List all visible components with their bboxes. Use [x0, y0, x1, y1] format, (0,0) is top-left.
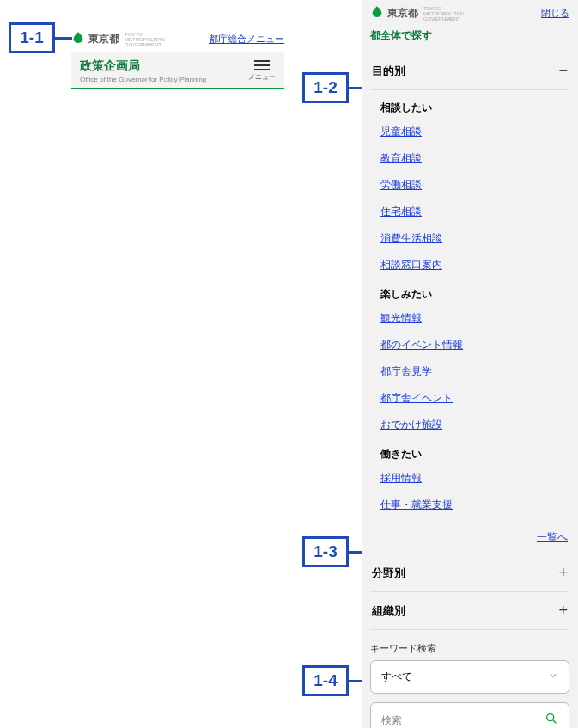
accordion-label: 目的別 — [372, 64, 405, 79]
group-heading: 楽しみたい — [380, 278, 569, 305]
menu-link[interactable]: おでかけ施設 — [380, 412, 569, 438]
left-header-area: 東京都 TOKYO METROPOLITAN GOVERNMENT 都庁総合メニ… — [71, 31, 284, 89]
drawer-panel: 東京都 TOKYO METROPOLITAN GOVERNMENT 閉じる 都全… — [362, 0, 578, 728]
department-subtitle: Office of the Governor for Policy Planni… — [80, 76, 206, 83]
tokyo-logo[interactable]: 東京都 TOKYO METROPOLITAN GOVERNMENT — [71, 31, 165, 47]
callout-1-3: 1-3 — [302, 536, 349, 567]
callout-1-1: 1-1 — [9, 22, 55, 53]
menu-label: メニュー — [248, 72, 276, 82]
hamburger-icon — [254, 60, 270, 70]
drawer-tokyo-logo[interactable]: 東京都 TOKYO METROPOLITAN GOVERNMENT — [370, 5, 464, 21]
menu-button[interactable]: メニュー — [248, 60, 276, 82]
callout-line — [55, 37, 72, 40]
keyword-search-section: キーワード検索 すべて — [370, 642, 569, 728]
department-title: 政策企画局 — [80, 58, 206, 74]
accordion-body-purpose: 相談したい児童相談教育相談労働相談住宅相談消費生活相談相談窓口案内楽しみたい観光… — [370, 90, 569, 525]
menu-link[interactable]: 児童相談 — [380, 119, 569, 145]
close-link[interactable]: 閉じる — [541, 7, 569, 20]
menu-link[interactable]: 都庁舎イベント — [380, 385, 569, 412]
accordion-label: 組織別 — [372, 603, 405, 619]
accordion-label: 分野別 — [372, 566, 405, 581]
group-heading: 相談したい — [380, 92, 569, 119]
menu-link[interactable]: 都のイベント情報 — [380, 332, 569, 358]
search-icon[interactable] — [545, 712, 558, 728]
callout-1-2: 1-2 — [302, 72, 349, 103]
plus-icon: + — [558, 564, 568, 582]
menu-link[interactable]: 教育相談 — [380, 145, 569, 172]
list-link-row: 一覧へ — [370, 525, 569, 554]
menu-link[interactable]: 都庁舎見学 — [380, 358, 569, 385]
svg-point-0 — [547, 714, 554, 721]
accordion-header-org[interactable]: 組織別 + — [370, 592, 569, 630]
accordion: 目的別 − 相談したい児童相談教育相談労働相談住宅相談消費生活相談相談窓口案内楽… — [370, 52, 569, 630]
menu-link[interactable]: 消費生活相談 — [380, 225, 569, 252]
keyword-search-label: キーワード検索 — [370, 642, 569, 655]
drawer-top-row: 東京都 TOKYO METROPOLITAN GOVERNMENT 閉じる — [370, 5, 569, 21]
accordion-header-purpose[interactable]: 目的別 − — [370, 52, 569, 90]
chevron-down-icon — [548, 670, 558, 683]
department-title-block: 政策企画局 Office of the Governor for Policy … — [80, 58, 206, 83]
search-scope-select[interactable]: すべて — [370, 660, 569, 694]
logo-subtext: TOKYO METROPOLITAN GOVERNMENT — [423, 6, 464, 21]
minus-icon: − — [558, 62, 568, 80]
menu-link[interactable]: 採用情報 — [380, 465, 569, 492]
callout-line — [349, 551, 362, 554]
logo-text: 東京都 — [387, 6, 418, 21]
menu-link[interactable]: 労働相談 — [380, 172, 569, 199]
logo-text: 東京都 — [88, 32, 119, 46]
search-heading: 都全体で探す — [370, 28, 569, 43]
logo-subtext: TOKYO METROPOLITAN GOVERNMENT — [125, 32, 165, 47]
menu-link[interactable]: 相談窓口案内 — [380, 252, 569, 278]
search-input-wrap — [370, 702, 569, 728]
accordion-header-field[interactable]: 分野別 + — [370, 554, 569, 592]
left-header-row: 東京都 TOKYO METROPOLITAN GOVERNMENT 都庁総合メニ… — [71, 31, 284, 47]
menu-link[interactable]: 住宅相談 — [380, 199, 569, 225]
leaf-icon — [370, 5, 384, 21]
svg-line-1 — [553, 720, 556, 723]
select-value: すべて — [381, 670, 412, 684]
department-bar: 政策企画局 Office of the Governor for Policy … — [71, 52, 284, 89]
top-menu-link[interactable]: 都庁総合メニュー — [209, 33, 284, 46]
callout-line — [349, 87, 362, 89]
menu-link[interactable]: 仕事・就業支援 — [380, 492, 569, 518]
list-all-link[interactable]: 一覧へ — [537, 531, 568, 543]
callout-1-4: 1-4 — [302, 665, 349, 696]
search-input[interactable] — [381, 714, 523, 726]
callout-line — [349, 680, 362, 682]
menu-link[interactable]: 観光情報 — [380, 305, 569, 332]
group-heading: 働きたい — [380, 438, 569, 465]
plus-icon: + — [558, 602, 568, 620]
leaf-icon — [71, 31, 85, 47]
